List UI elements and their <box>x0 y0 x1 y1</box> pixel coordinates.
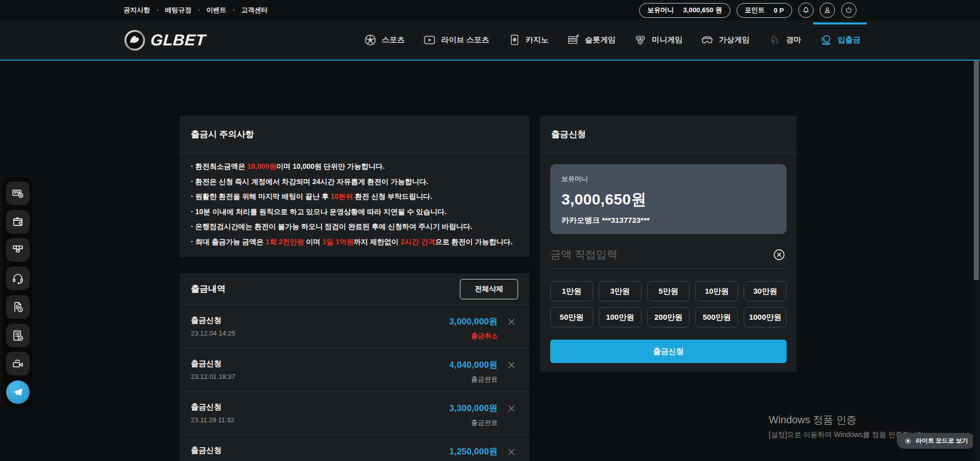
row-right: 1,250,000원 <box>449 446 518 458</box>
notification-button[interactable] <box>798 3 814 18</box>
nav-item-live[interactable]: 라이브 스포츠 <box>423 20 489 60</box>
notice-line: · 원활한 환전을 위해 마지막 배팅이 끝난 후 10분뒤 환전 신청 부탁드… <box>191 189 518 204</box>
sidebar-customer-service-button[interactable] <box>6 267 30 290</box>
nav-item-slot[interactable]: 777슬롯게임 <box>567 20 616 60</box>
topbar-link[interactable]: 배팅규정 <box>165 6 191 15</box>
quick-amount-button[interactable]: 50만원 <box>550 307 593 327</box>
topbar-links: 공지사항•배팅규정•이벤트•고객센터 <box>124 6 267 15</box>
quick-amount-button[interactable]: 30만원 <box>744 281 787 301</box>
row-info: 출금신청23.11.29 11:32 <box>191 402 234 424</box>
topbar-link[interactable]: 이벤트 <box>206 6 226 15</box>
row-amount: 3,300,000원 <box>449 402 498 414</box>
row-info: 출금신청23.12.01 18:37 <box>191 359 235 380</box>
withdraw-submit-button[interactable]: 출금신청 <box>550 340 787 363</box>
light-mode-toggle[interactable]: 라이트 모드로 보기 <box>897 433 975 449</box>
svg-text:♘: ♘ <box>770 34 779 46</box>
quick-amount-button[interactable]: 200만원 <box>647 307 690 327</box>
quick-amount-button[interactable]: 10만원 <box>695 281 738 301</box>
row-delete-button[interactable] <box>506 402 518 415</box>
row-amount: 1,250,000원 <box>449 446 498 457</box>
nav-item-casino[interactable]: 카지노 <box>507 20 549 60</box>
scrollbar-track[interactable] <box>973 61 980 461</box>
balance-pill-value: 3,000,650 원 <box>683 6 722 15</box>
balance-pill[interactable]: 보유머니 3,000,650 원 <box>639 3 730 18</box>
separator-dot: • <box>233 8 234 13</box>
sidebar-deposit-button[interactable] <box>6 182 30 205</box>
amount-input[interactable] <box>550 248 772 261</box>
sidebar-telegram-button[interactable] <box>6 380 30 404</box>
point-pill-label: 포인트 <box>745 6 765 15</box>
withdrawal-row: 출금신청23.12.01 18:374,040,000원출금완료 <box>180 348 529 392</box>
notice-line: · 10분 이내에 처리를 원칙으로 하고 있으나 운영상황에 따라 지연될 수… <box>191 204 518 220</box>
topbar-link[interactable]: 공지사항 <box>124 6 150 15</box>
withdrawal-row: 출금신청23.12.04 14:253,000,000원출금취소 <box>180 305 529 348</box>
row-amount-col: 4,040,000원출금완료 <box>449 359 498 384</box>
account-button[interactable] <box>820 3 835 18</box>
sidebar-wallet-button[interactable] <box>6 210 30 234</box>
history-rows: 출금신청23.12.04 14:253,000,000원출금취소출금신청23.1… <box>180 305 529 461</box>
balance-pill-label: 보유머니 <box>647 6 674 15</box>
nav-item-label: 경마 <box>786 35 801 45</box>
quick-amount-button[interactable]: 5만원 <box>647 281 690 301</box>
telegram-icon <box>11 386 24 399</box>
sidebar-withdraw-button[interactable] <box>6 238 30 262</box>
row-right: 3,300,000원출금완료 <box>449 402 518 427</box>
sidebar-live-video-button[interactable] <box>6 352 30 375</box>
casino-icon <box>507 33 521 47</box>
nav-item-coins[interactable]: 입출금 <box>819 20 861 60</box>
headset-icon <box>11 272 24 285</box>
sidebar-history-button[interactable] <box>6 295 30 319</box>
svg-text:777: 777 <box>571 39 575 41</box>
checklist-icon <box>11 329 24 342</box>
row-right: 4,040,000원출금완료 <box>449 359 518 384</box>
row-amount-col: 1,250,000원 <box>449 446 498 457</box>
nav-item-minigame[interactable]: 미니게임 <box>633 20 682 60</box>
row-date: 23.12.04 14:25 <box>191 329 235 337</box>
light-mode-label: 라이트 모드로 보기 <box>916 437 968 445</box>
row-amount: 4,040,000원 <box>449 359 498 371</box>
nav-item-label: 입출금 <box>838 35 861 45</box>
quick-amount-button[interactable]: 100만원 <box>599 307 642 327</box>
nav-item-horse[interactable]: ♘경마 <box>768 20 801 60</box>
deposit-icon <box>11 187 24 200</box>
quick-amount-button[interactable]: 3만원 <box>599 281 642 301</box>
topbar-link[interactable]: 고객센터 <box>241 6 267 15</box>
nav-item-virtual[interactable]: 가상게임 <box>700 20 749 60</box>
row-info: 출금신청23.12.04 14:25 <box>191 316 235 337</box>
topbar-right: 보유머니 3,000,650 원 포인트 0 P <box>639 3 856 18</box>
quick-sidebar <box>3 177 33 408</box>
sidebar-betting-list-button[interactable] <box>6 324 30 347</box>
row-delete-button[interactable] <box>506 446 518 458</box>
notice-line: · 환전최소금액은 10,000원이며 10,000원 단위만 가능합니다. <box>191 159 518 174</box>
close-icon <box>506 403 518 414</box>
row-title: 출금신청 <box>191 446 222 455</box>
withdraw-request-card: 출금신청 보유머니 3,000,650원 카카오뱅크 ***3137723***… <box>540 116 797 372</box>
close-icon <box>506 316 518 327</box>
notice-card-header: 출금시 주의사항 <box>180 116 529 153</box>
glbet-logo[interactable]: GLBET <box>124 20 206 60</box>
point-pill[interactable]: 포인트 0 P <box>737 3 792 18</box>
withdraw-card-title: 출금신청 <box>551 129 586 140</box>
quick-amount-button[interactable]: 1만원 <box>550 281 593 301</box>
row-amount: 3,000,000원 <box>449 316 498 327</box>
row-info: 출금신청 <box>191 446 222 455</box>
clear-all-button[interactable]: 전체삭제 <box>460 279 518 299</box>
bell-icon <box>801 6 811 15</box>
glbet-logo-icon <box>124 29 146 52</box>
withdraw-card-header: 출금신청 <box>540 116 797 153</box>
soccer-icon <box>363 33 377 47</box>
nav-menu: 스포츠라이브 스포츠카지노777슬롯게임미니게임가상게임♘경마입출금 <box>363 20 861 60</box>
row-delete-button[interactable] <box>506 359 518 371</box>
scrollbar-thumb[interactable] <box>974 61 979 280</box>
clear-circle-icon <box>772 248 787 262</box>
row-right: 3,000,000원출금취소 <box>449 316 518 341</box>
doc-history-icon <box>11 300 24 314</box>
clear-amount-button[interactable] <box>772 247 787 262</box>
quick-amount-button[interactable]: 1000만원 <box>744 307 787 327</box>
row-delete-button[interactable] <box>506 316 518 328</box>
logout-button[interactable] <box>841 3 856 18</box>
quick-amount-button[interactable]: 500만원 <box>695 307 738 327</box>
point-pill-value: 0 P <box>774 7 784 14</box>
nav-item-soccer[interactable]: 스포츠 <box>363 20 405 60</box>
withdraw-notice-card: 출금시 주의사항 · 환전최소금액은 10,000원이며 10,000원 단위만… <box>180 116 529 257</box>
